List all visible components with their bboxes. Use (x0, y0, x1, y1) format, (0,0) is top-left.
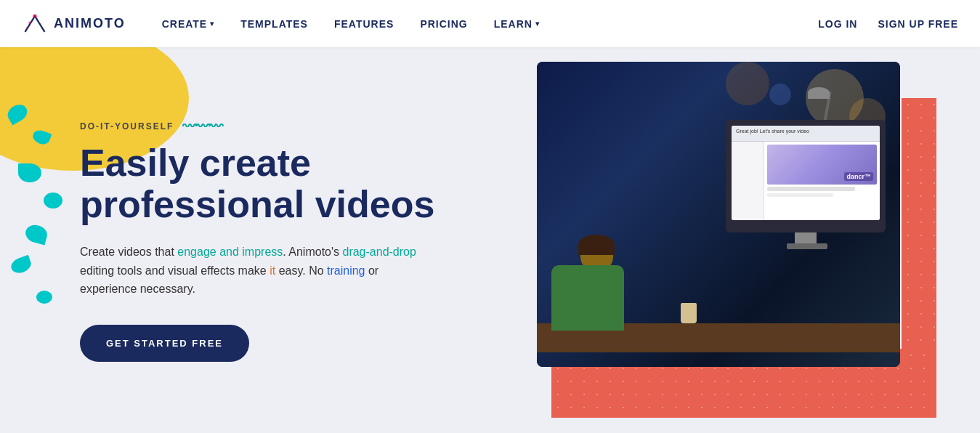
nav-learn-label: LEARN (494, 18, 532, 30)
hero-monitor-frame: Great job! Let's share your video dancr™ (537, 62, 900, 367)
screen-dancr-label: dancr™ (844, 172, 873, 181)
desc-highlight-training: training (327, 264, 365, 277)
hero-section: DO-IT-YOURSELF 〰〰〰 Easily create profess… (0, 47, 980, 433)
hero-title: Easily create professional videos (80, 142, 434, 225)
hero-image-area: Great job! Let's share your video dancr™ (537, 62, 922, 418)
desk-scene: Great job! Let's share your video dancr™ (537, 62, 900, 367)
bokeh-light-5 (726, 62, 769, 105)
person-hair (578, 235, 615, 255)
nav-templates[interactable]: TEMPLATES (240, 18, 308, 30)
screen-text-line-2 (767, 193, 833, 197)
deco-teal-shape-7 (36, 291, 52, 304)
lamp-head (808, 87, 830, 99)
hero-wave-icon: 〰〰〰 (182, 118, 222, 135)
person-figure (551, 235, 624, 331)
screen-header-bar: Great job! Let's share your video (732, 126, 880, 142)
create-chevron-icon: ▾ (210, 20, 214, 28)
hero-description: Create videos that engage and impress. A… (80, 243, 434, 299)
bokeh-light-4 (769, 84, 791, 105)
screen-body: dancr™ (732, 142, 880, 220)
nav-auth-area: LOG IN SIGN UP FREE (818, 18, 958, 30)
nav-pricing[interactable]: PRICING (420, 18, 467, 30)
svg-point-2 (26, 27, 28, 29)
nav-learn[interactable]: LEARN ▾ (494, 18, 540, 30)
screen-text-line-1 (767, 187, 855, 191)
logo-icon (22, 11, 48, 37)
signup-link[interactable]: SIGN UP FREE (878, 18, 958, 30)
person-body (551, 265, 624, 331)
nav-templates-label: TEMPLATES (240, 18, 308, 30)
nav-features[interactable]: FEATURES (334, 18, 394, 30)
desc-highlight-drag: drag-and-drop (342, 246, 416, 258)
nav-create[interactable]: CREATE ▾ (162, 18, 215, 30)
login-link[interactable]: LOG IN (818, 18, 857, 30)
screen-image-area: dancr™ (767, 145, 877, 185)
nav-pricing-label: PRICING (420, 18, 467, 30)
nav-create-label: CREATE (162, 18, 208, 30)
hero-label: DO-IT-YOURSELF 〰〰〰 (80, 118, 434, 135)
brand-logo[interactable]: ANIMOTO (22, 11, 126, 37)
desk-computer-monitor: Great job! Let's share your video dancr™ (726, 120, 886, 232)
hero-title-line1: Easily create (80, 142, 311, 184)
svg-point-1 (28, 21, 31, 24)
cta-get-started-button[interactable]: GET STARTED FREE (80, 325, 249, 362)
learn-chevron-icon: ▾ (535, 20, 540, 28)
deco-teal-shape-5 (23, 223, 49, 246)
monitor-base (787, 243, 827, 249)
screen-sidebar (732, 142, 764, 220)
coral-side-decoration (902, 98, 936, 374)
deco-teal-shape-3 (18, 163, 41, 182)
desc-highlight-it: it (270, 264, 275, 277)
svg-point-0 (33, 14, 36, 17)
monitor-screen: Great job! Let's share your video dancr™ (732, 126, 880, 220)
hero-content: DO-IT-YOURSELF 〰〰〰 Easily create profess… (80, 118, 434, 362)
nav-links: CREATE ▾ TEMPLATES FEATURES PRICING LEAR… (162, 18, 819, 30)
coffee-cup (681, 303, 697, 323)
deco-teal-shape-6 (9, 255, 33, 275)
deco-teal-shape-4 (44, 193, 62, 209)
hero-title-line2: professional videos (80, 183, 434, 225)
nav-features-label: FEATURES (334, 18, 394, 30)
navbar: ANIMOTO CREATE ▾ TEMPLATES FEATURES PRIC… (0, 0, 980, 47)
desc-highlight-teal: engage and impress (177, 246, 283, 258)
monitor-stand (795, 230, 817, 245)
hero-label-text: DO-IT-YOURSELF (80, 121, 174, 131)
brand-name: ANIMOTO (54, 16, 126, 31)
screen-main-content: dancr™ (764, 142, 880, 220)
